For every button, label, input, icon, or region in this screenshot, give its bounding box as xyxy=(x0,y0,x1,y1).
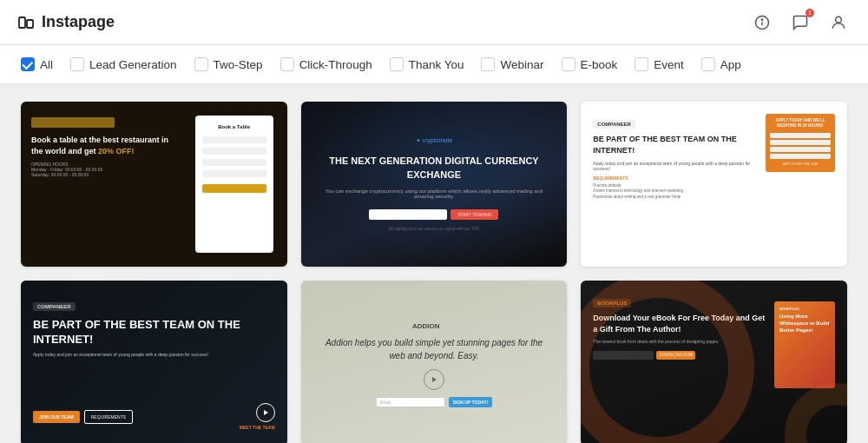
job-field-1 xyxy=(770,133,831,138)
restaurant-headline: Book a table at the best restaurant in t… xyxy=(31,135,171,156)
job-headline: BE PART OF THE BEST TEAM ON THE INTERNET… xyxy=(593,134,757,155)
checkbox-thank-you[interactable] xyxy=(390,57,404,71)
notification-badge: 1 xyxy=(806,9,814,17)
ebook-form-row: DOWNLOAD NOW xyxy=(593,351,766,360)
crypto-terms: By signing up to our service you agree w… xyxy=(389,227,479,231)
team-btn-join: JOIN OUR TEAM xyxy=(33,411,80,423)
form-cta xyxy=(202,184,266,193)
template-card-job-white[interactable]: COMPANEER BE PART OF THE BEST TEAM ON TH… xyxy=(581,102,847,267)
ebook-cta: DOWNLOAD NOW xyxy=(656,351,695,360)
checkbox-all[interactable] xyxy=(21,57,35,71)
ebook-cover: BOOKPLUS Using More Whitespace to Build … xyxy=(774,301,835,388)
svg-point-5 xyxy=(836,17,842,23)
template-card-restaurant[interactable]: Book a table at the best restaurant in t… xyxy=(21,102,287,267)
checkbox-event[interactable] xyxy=(635,57,648,71)
form-title: Book a Table xyxy=(202,124,266,129)
addion-cta: SIGN UP TODAY! xyxy=(449,397,492,407)
filter-lead-generation[interactable]: Lead Generation xyxy=(70,57,177,71)
job-req-label: REQUIREMENTS xyxy=(593,175,757,181)
checkbox-click-through[interactable] xyxy=(280,57,294,71)
template-card-addion[interactable]: ADDION Addion helps you build simple yet… xyxy=(301,281,568,443)
job-apply-btn: APPLY FOR THE JOB xyxy=(770,161,831,168)
job-field-4 xyxy=(770,154,831,159)
chat-button[interactable]: 1 xyxy=(788,10,812,35)
form-field-1 xyxy=(202,136,266,143)
crypto-sub: You can exchange cryptocurrency using ou… xyxy=(301,188,568,199)
crypto-headline: THE NEXT GENERATION DIGITAL CURRENCY EXC… xyxy=(301,155,568,182)
team-play-area: MEET THE TEAM xyxy=(240,403,275,430)
template-card-ebook[interactable]: BOOKPLUS Download Your eBook For Free To… xyxy=(581,281,847,443)
form-field-2 xyxy=(202,148,266,155)
svg-marker-6 xyxy=(264,410,268,415)
crypto-logo: ✦ cryptotrade xyxy=(416,137,453,144)
job-sub: Apply today and join an exceptional team… xyxy=(593,161,757,171)
ebook-left: BOOKPLUS Download Your eBook For Free To… xyxy=(593,293,766,360)
team-play-btn xyxy=(256,403,275,422)
navbar-actions: 1 xyxy=(750,10,851,35)
template-card-crypto[interactable]: ✦ cryptotrade THE NEXT GENERATION DIGITA… xyxy=(301,102,568,267)
filter-bar: All Lead Generation Two-Step Click-Throu… xyxy=(0,45,868,84)
ebook-cover-title: Using More Whitespace to Build Better Pa… xyxy=(779,314,830,334)
template-grid: Book a table at the best restaurant in t… xyxy=(0,84,868,443)
addion-headline: Addion helps you build simple yet stunni… xyxy=(301,336,568,362)
checkbox-e-book[interactable] xyxy=(562,57,575,71)
team-meet-text: MEET THE TEAM xyxy=(240,425,275,430)
form-field-4 xyxy=(202,170,266,177)
checkbox-two-step[interactable] xyxy=(194,57,208,71)
ebook-sub: The newest book from deals with the proc… xyxy=(593,339,766,346)
template-card-team-dark[interactable]: COMPANEER BE PART OF THE BEST TEAM ON TH… xyxy=(21,281,287,443)
logo-icon xyxy=(17,14,35,31)
restaurant-hours: OPENING HOURSMonday - Friday: 00:00:00 -… xyxy=(31,162,171,177)
job-right: APPLY TODAY AND WE'LL RESPOND IN 24 HOUR… xyxy=(766,114,835,177)
ebook-headline: Download Your eBook For Free Today and G… xyxy=(593,313,766,334)
checkbox-webinar[interactable] xyxy=(481,57,495,71)
job-logo: COMPANEER xyxy=(593,120,635,129)
addion-input-row: Email SIGN UP TODAY! xyxy=(376,397,492,407)
checkbox-app[interactable] xyxy=(701,57,715,71)
info-button[interactable] xyxy=(750,10,774,35)
restaurant-logo xyxy=(31,117,115,128)
ebook-logo: BOOKPLUS xyxy=(593,299,631,307)
team-cta-row: JOIN OUR TEAM REQUIREMENTS xyxy=(33,410,133,424)
form-field-3 xyxy=(202,159,266,166)
ebook-arc-decoration xyxy=(785,383,847,443)
job-field-2 xyxy=(770,140,831,145)
team-logo: COMPANEER xyxy=(33,302,76,311)
navbar: Instapage 1 xyxy=(0,0,868,45)
restaurant-form: Book a Table xyxy=(195,116,273,253)
svg-rect-1 xyxy=(27,20,33,28)
ebook-email-input xyxy=(593,351,654,360)
job-apply-text: APPLY TODAY AND WE'LL RESPOND IN 24 HOUR… xyxy=(770,118,831,129)
filter-all[interactable]: All xyxy=(21,57,53,71)
job-req-text: Practice attitudeA keen interest in tech… xyxy=(593,183,757,200)
svg-text:ADDION: ADDION xyxy=(412,322,440,330)
filter-event[interactable]: Event xyxy=(635,57,684,71)
svg-point-4 xyxy=(761,19,762,20)
svg-rect-0 xyxy=(19,17,25,28)
filter-thank-you[interactable]: Thank You xyxy=(390,57,464,71)
addion-play-btn xyxy=(424,369,444,390)
addion-logo: ADDION xyxy=(412,320,456,331)
logo-text: Instapage xyxy=(42,13,115,31)
checkbox-lead-generation[interactable] xyxy=(70,57,84,71)
filter-webinar[interactable]: Webinar xyxy=(481,57,543,71)
filter-two-step[interactable]: Two-Step xyxy=(194,57,263,71)
team-bottom-row: JOIN OUR TEAM REQUIREMENTS MEET THE TEAM xyxy=(33,403,275,430)
svg-marker-8 xyxy=(432,377,437,382)
team-sub: Apply today and join an exceptional team… xyxy=(33,352,275,359)
crypto-form-row: START TRADING xyxy=(369,209,498,220)
crypto-email-input xyxy=(369,209,447,220)
filter-e-book[interactable]: E-book xyxy=(562,57,618,71)
user-button[interactable] xyxy=(826,10,851,35)
filter-click-through[interactable]: Click-Through xyxy=(280,57,372,71)
team-btn-req: REQUIREMENTS xyxy=(84,410,133,424)
logo: Instapage xyxy=(17,13,115,31)
card-left-col: Book a table at the best restaurant in t… xyxy=(21,102,181,267)
job-field-3 xyxy=(770,147,831,152)
job-apply-box: APPLY TODAY AND WE'LL RESPOND IN 24 HOUR… xyxy=(766,114,835,172)
filter-app[interactable]: App xyxy=(701,57,741,71)
job-left: COMPANEER BE PART OF THE BEST TEAM ON TH… xyxy=(593,114,757,200)
ebook-cover-logo: BOOKPLUS xyxy=(779,307,830,311)
crypto-cta: START TRADING xyxy=(450,209,498,220)
team-headline: BE PART OF THE BEST TEAM ON THE INTERNET… xyxy=(33,318,275,347)
